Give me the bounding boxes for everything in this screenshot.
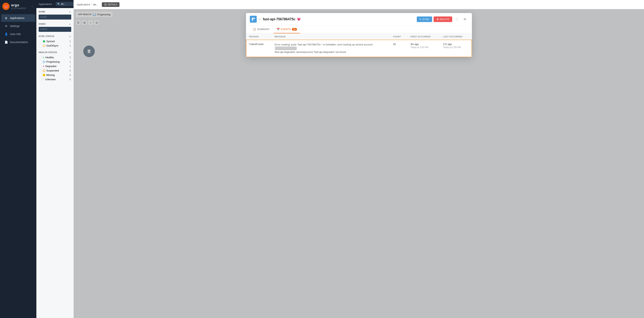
svg-rect-0 [252, 18, 253, 19]
logo-version: v2.13.2+dc43124 [11, 7, 26, 10]
more-button[interactable]: ⋮ [454, 16, 460, 22]
unknown-count: 0 [70, 78, 71, 81]
synced-checkbox[interactable] [39, 40, 42, 43]
col-count: COUNT [390, 34, 408, 40]
tab-summary[interactable]: 📋 SUMMARY [250, 26, 273, 33]
name-chevron-icon[interactable]: ▲ [69, 10, 71, 13]
name-filter-header: NAME ▲ [39, 10, 71, 13]
name-filter-input[interactable] [39, 15, 71, 20]
svg-rect-1 [253, 18, 254, 19]
modal-actions: ↻ SYNC 🗑 DELETE ⋮ ✕ [417, 16, 468, 22]
degraded-checkbox[interactable] [39, 65, 42, 68]
outofsync-checkbox[interactable] [39, 45, 42, 47]
modal-app-icon [250, 16, 257, 23]
healthy-icon: ♥ [43, 56, 44, 59]
health-missing-row: Missing 0 [39, 73, 71, 77]
suspended-count: 0 [70, 69, 71, 72]
suspended-label: Suspended [46, 69, 59, 72]
docs-icon: 📄 [4, 40, 8, 44]
events-table-header: REASON MESSAGE COUNT FIRST OCCURRED LAST… [246, 34, 472, 40]
col-last-occurred: LAST OCCURRED [440, 34, 472, 40]
logo-text: argo v2.13.2+dc43124 [11, 3, 26, 10]
breadcrumb-apps: Applications [39, 3, 52, 6]
sidebar-item-userinfo[interactable]: 👤 User Info [1, 30, 35, 38]
sidebar: 🐙 argo v2.13.2+dc43124 ← ⊞ Applications … [0, 0, 36, 318]
tab-events[interactable]: 📅 EVENTS 16 [274, 26, 300, 33]
health-progressing-row: Progressing 1 [39, 60, 71, 64]
progressing-checkbox[interactable] [39, 61, 42, 63]
healthy-label: Healthy [45, 56, 54, 59]
sidebar-nav: ⊞ Applications ⚙ Settings 👤 User Info 📄 … [0, 13, 36, 48]
kinds-filter-input[interactable] [39, 27, 71, 32]
unknown-checkbox[interactable] [39, 78, 42, 81]
event-first-occurred: 3m ago Today at 2:03 PM [408, 40, 440, 57]
close-button[interactable]: ✕ [462, 16, 468, 22]
event-reason: FailedCreate [246, 40, 272, 57]
last-date: Today at 2:05 PM [443, 46, 468, 49]
logo-name: argo [11, 3, 26, 7]
sync-status-section: SYNC STATUS ▲ Synced 2 OutOfSync 1 [39, 35, 71, 48]
back-button[interactable]: ← [31, 5, 34, 8]
event-message: Error creating: pods "fast-api-756786475… [272, 40, 390, 57]
missing-checkbox[interactable] [39, 74, 42, 76]
sync-chevron-icon[interactable]: ▲ [69, 35, 71, 38]
sync-synced-row: Synced 2 [39, 39, 71, 44]
outofsync-label: OutOfSync [46, 44, 58, 47]
outofsync-count: 1 [70, 45, 71, 47]
event-count: 16 [390, 40, 408, 57]
synced-status-icon [43, 40, 45, 43]
suspended-checkbox[interactable] [39, 69, 42, 72]
healthy-checkbox[interactable] [39, 56, 42, 59]
missing-count: 0 [70, 74, 71, 76]
summary-tab-icon: 📋 [253, 28, 256, 31]
events-tab-icon: 📅 [277, 28, 280, 31]
outofsync-status-icon [43, 45, 45, 47]
kinds-filter-label: KINDS [39, 23, 46, 25]
events-table-body: FailedCreate Error creating: pods "fast-… [246, 40, 472, 57]
health-degraded-row: ♥ Degraded 1 [39, 64, 71, 68]
sidebar-item-settings[interactable]: ⚙ Settings [1, 22, 35, 30]
message-part2: /fast-api-degraded: serviceaccount "fast… [274, 51, 346, 54]
delete-label: DELETE [440, 18, 450, 21]
health-chevron-icon[interactable]: ▲ [69, 51, 71, 54]
progressing-count: 1 [70, 61, 71, 63]
suspended-icon [43, 70, 45, 72]
modal-tabs: 📋 SUMMARY 📅 EVENTS 16 [246, 26, 472, 34]
message-part1: Error creating: pods "fast-api-756786475… [274, 43, 372, 46]
sidebar-item-applications[interactable]: ⊞ Applications [1, 14, 35, 22]
modal-rs-label: rs [259, 18, 260, 20]
degraded-heart-icon: 💗 [297, 18, 301, 21]
main-content: Applications / de... i DETAILS APP HEALT… [74, 0, 644, 318]
breadcrumb-apps[interactable]: Applications [77, 3, 90, 6]
sidebar-item-documentation[interactable]: 📄 Documentation [1, 38, 35, 46]
events-table: REASON MESSAGE COUNT FIRST OCCURRED LAST… [246, 34, 472, 57]
filter-panel: Applications / 🔍 NAME ▲ KINDS ▲ SYNC STA… [36, 0, 74, 318]
missing-label: Missing [46, 74, 55, 76]
sync-icon: ↻ [420, 18, 422, 21]
summary-tab-label: SUMMARY [257, 28, 270, 31]
missing-icon [43, 74, 45, 76]
search-icon: 🔍 [57, 3, 60, 5]
kinds-chevron-icon[interactable]: ▲ [69, 23, 71, 25]
name-filter-label: NAME [39, 11, 45, 13]
healthy-count: 3 [70, 56, 71, 59]
sidebar-label-docs: Documentation [10, 41, 28, 44]
degraded-count: 1 [70, 65, 71, 68]
health-status-header: HEALTH STATUS ▲ [39, 51, 71, 54]
details-button[interactable]: i DETAILS [102, 2, 120, 7]
event-last-occurred: 17s ago Today at 2:05 PM [440, 40, 472, 57]
unknown-icon: ? [43, 78, 44, 81]
progressing-label: Progressing [46, 60, 60, 63]
app-icon-svg [252, 18, 255, 21]
settings-icon: ⚙ [4, 24, 8, 28]
applications-icon: ⊞ [4, 16, 8, 20]
user-icon: 👤 [4, 32, 8, 36]
sync-button[interactable]: ↻ SYNC [417, 17, 432, 22]
search-input[interactable] [61, 3, 72, 5]
modal-body: REASON MESSAGE COUNT FIRST OCCURRED LAST… [246, 34, 472, 57]
info-icon: i [104, 3, 107, 6]
modal-overlay: rs fast-api-756786475c 💗 ↻ SYNC 🗑 D [74, 9, 644, 318]
synced-label: Synced [46, 40, 54, 43]
col-first-occurred: FIRST OCCURRED [408, 34, 440, 40]
delete-button[interactable]: 🗑 DELETE [434, 17, 452, 22]
